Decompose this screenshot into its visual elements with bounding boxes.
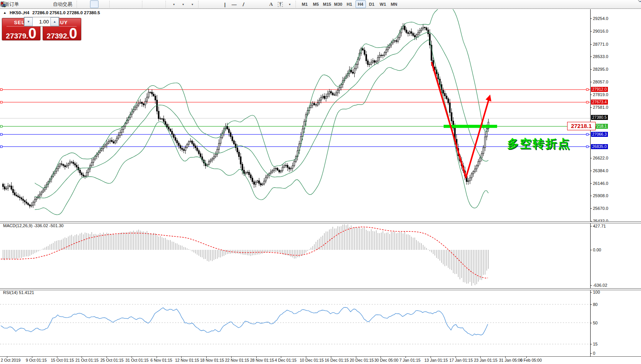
- timeframe-m1[interactable]: M1: [300, 0, 310, 8]
- time-axis-tick: [480, 357, 481, 358]
- timeframe-h4[interactable]: H4: [356, 0, 366, 8]
- buy-price-main: 27392: [47, 32, 67, 40]
- symbol-ohlc: 27286.0 27561.0 27286.0 27380.5: [32, 10, 100, 15]
- timeframe-d1[interactable]: D1: [367, 0, 377, 8]
- price-axis-label: 29016.0: [593, 29, 608, 33]
- channel-tool-button[interactable]: E: [249, 0, 257, 8]
- buy-price-big: 0: [69, 27, 77, 40]
- time-axis-label: 13 Jan 01:15: [424, 358, 448, 362]
- timeframe-group: M1M5M15M30H1H4D1W1MN: [299, 0, 400, 8]
- trendline-tool-button[interactable]: /: [239, 0, 248, 8]
- toolbar-separator: [165, 1, 168, 8]
- vertical-line-tool-button[interactable]: |: [221, 0, 229, 8]
- time-axis-tick: [181, 357, 182, 358]
- time-axis-label: 4 Dec 01:15: [275, 358, 297, 362]
- time-axis-tick: [456, 357, 456, 358]
- time-axis-label: 25 Oct 01:15: [100, 358, 124, 362]
- price-level-chip: 27912.0: [591, 87, 608, 92]
- line-chart-button[interactable]: [99, 0, 108, 8]
- timeframe-m5[interactable]: M5: [311, 0, 321, 8]
- indicators-button[interactable]: ▾: [170, 0, 178, 8]
- main-price-chart[interactable]: [0, 9, 590, 222]
- time-axis-tick: [505, 357, 506, 358]
- time-axis-tick: [206, 357, 207, 358]
- price-axis-label: 28771.0: [593, 42, 608, 47]
- auto-scroll-button[interactable]: [146, 0, 155, 8]
- profile-button[interactable]: [32, 0, 40, 8]
- price-callout-box[interactable]: 27218.1: [567, 122, 596, 130]
- bar-chart-button[interactable]: [81, 0, 89, 8]
- arrows-tool-button[interactable]: ▾: [285, 0, 294, 8]
- gold-cube-button[interactable]: [23, 0, 31, 8]
- toolbar: 新订单 自动交易: [0, 0, 641, 9]
- chat-icon[interactable]: [638, 0, 641, 4]
- timeframe-h1[interactable]: H1: [344, 0, 355, 8]
- price-axis-label: 28295.0: [593, 67, 608, 71]
- periods-dropdown-caret[interactable]: ▾: [182, 3, 184, 6]
- macd-label: MACD(12,26,9) -336.02 -501.30: [3, 223, 63, 228]
- time-axis-tick: [57, 357, 57, 358]
- time-axis-label: 6 Nov 01:15: [150, 358, 172, 362]
- trade-panel-toggle-icon[interactable]: ▲: [3, 11, 7, 15]
- rsi-axis-label: 50: [593, 321, 598, 325]
- indicators-dropdown-caret[interactable]: ▾: [173, 3, 175, 6]
- rsi-axis-label: 100: [593, 290, 600, 294]
- templates-button[interactable]: ▾: [188, 0, 197, 8]
- one-click-trade-panel: SELL 27379.0 BUY 27392.0 ▼ ▲: [2, 17, 81, 41]
- zoom-out-button[interactable]: [123, 0, 131, 8]
- candlestick-chart-button[interactable]: [90, 0, 98, 8]
- macd-axis-label: -636.02: [593, 283, 607, 288]
- trendline-icon: /: [242, 2, 244, 7]
- lot-size-input[interactable]: [33, 17, 50, 26]
- toolbar-separator: [198, 1, 201, 8]
- price-axis-label: 28057.0: [593, 80, 608, 84]
- price-axis-label: 25670.0: [593, 206, 608, 211]
- pane-separator[interactable]: [0, 221, 641, 223]
- time-axis-label: 31 Jan 05:00: [499, 358, 522, 362]
- time-axis-label: 28 Nov 01:15: [250, 358, 274, 362]
- horizontal-line-icon: —: [232, 2, 237, 7]
- zoom-in-button[interactable]: [114, 0, 122, 8]
- lot-decrease-button[interactable]: ▼: [24, 17, 33, 26]
- time-axis-tick: [157, 357, 157, 358]
- autotrading-button[interactable]: 自动交易: [50, 0, 75, 8]
- text-tool-button[interactable]: A: [267, 0, 275, 8]
- fibonacci-tool-button[interactable]: F: [258, 0, 266, 8]
- price-level-chip: 27066.3: [591, 132, 608, 137]
- price-axis-label: 29254.0: [593, 16, 608, 21]
- timeframe-m30[interactable]: M30: [333, 0, 344, 8]
- timeframe-w1[interactable]: W1: [378, 0, 388, 8]
- time-axis-tick: [256, 357, 257, 358]
- price-level-chip: 27673.4: [591, 100, 608, 105]
- price-axis-label: 28533.0: [593, 54, 608, 59]
- toolbar-separator: [109, 1, 112, 8]
- pane-separator[interactable]: [0, 288, 641, 290]
- symbol-bar: ▲ HK50-,H4 27286.0 27561.0 27286.0 27380…: [3, 10, 100, 15]
- lot-increase-button[interactable]: ▲: [50, 17, 59, 26]
- tile-windows-button[interactable]: [132, 0, 140, 8]
- periods-button[interactable]: ▾: [179, 0, 187, 8]
- time-axis-label: 10 Dec 01:15: [300, 358, 324, 362]
- macd-axis-label: 427.71: [593, 224, 606, 228]
- crosshair-tool-button[interactable]: [212, 0, 220, 8]
- rsi-panel-chart[interactable]: [0, 290, 590, 356]
- cursor-tool-button[interactable]: [202, 0, 211, 8]
- time-axis-label: 12 Nov 01:15: [175, 358, 199, 362]
- templates-dropdown-caret[interactable]: ▾: [192, 3, 193, 6]
- time-axis-label: 20 Dec 01:15: [350, 358, 374, 362]
- label-tool-icon: T: [278, 2, 282, 7]
- macd-axis-label: 0.00: [593, 248, 601, 252]
- price-axis-border: [590, 9, 591, 357]
- price-axis-label: 27581.0: [593, 105, 608, 110]
- new-order-label: 新订单: [5, 1, 19, 8]
- broadcast-button[interactable]: [41, 0, 50, 8]
- time-axis-tick: [356, 357, 356, 358]
- time-axis-label: 21 Oct 01:15: [75, 358, 98, 362]
- arrows-dropdown-caret[interactable]: ▾: [289, 3, 290, 6]
- chart-shift-button[interactable]: [155, 0, 164, 8]
- timeframe-mn[interactable]: MN: [389, 0, 399, 8]
- label-tool-button[interactable]: T: [276, 0, 285, 8]
- timeframe-m15[interactable]: M15: [322, 0, 332, 8]
- horizontal-line-tool-button[interactable]: —: [230, 0, 239, 8]
- macd-panel-chart[interactable]: [0, 223, 590, 288]
